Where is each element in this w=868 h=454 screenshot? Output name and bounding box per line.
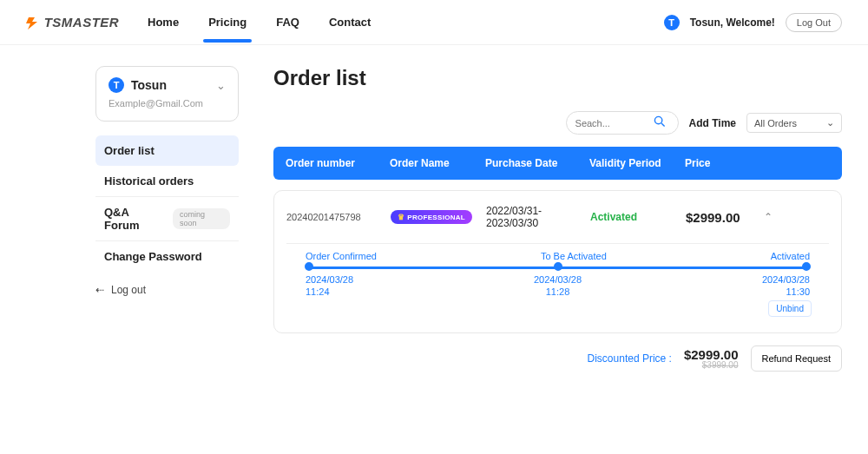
validity-status: Activated [590,211,686,223]
nav-contact[interactable]: Contact [329,10,371,34]
timeline: Order Confirmed To Be Activated Activate… [286,243,829,320]
profile-avatar: T [108,77,124,93]
purchase-date: 2022/03/31-2023/03/30 [486,205,590,229]
step-date: 2024/03/28 [534,274,582,285]
nav-pricing[interactable]: Pricing [208,10,247,34]
profile-email: Example@Gmail.Com [108,98,226,109]
controls: Add Time All Orders ⌄ [273,111,842,135]
step-date: 2024/03/28 [762,274,810,285]
step-to-activate: To Be Activated [541,251,607,261]
sidebar-item-label: Q&A Forum [104,206,166,232]
col-name: Order Name [390,157,485,169]
refund-button[interactable]: Refund Request [751,345,843,372]
logout-button[interactable]: Log Out [786,13,842,32]
price: $2999.00 [686,210,764,225]
timeline-bar [306,266,810,269]
col-number: Order number [286,157,390,169]
welcome-text: Tosun, Welcome! [690,16,775,29]
top-right: T Tosun, Welcome! Log Out [664,13,842,32]
search-box[interactable] [566,111,679,135]
crown-icon: ♛ [398,213,404,221]
chevron-down-icon[interactable]: ⌄ [216,79,226,92]
sidebar-item-qa[interactable]: Q&A Forum coming soon [95,197,239,241]
order-name: ♛ PROFESSIONAL [391,210,486,224]
price-box: $2999.00 $3999.00 [684,347,739,370]
select-value: All Orders [754,118,797,128]
unbind-button[interactable]: Unbind [768,300,812,317]
coming-soon-badge: coming soon [173,208,230,229]
search-input[interactable] [575,118,654,128]
logout-icon: ⇠ [95,284,104,296]
chevron-up-icon[interactable]: ⌃ [764,211,781,223]
sidebar: T Tosun ⌄ Example@Gmail.Com Order list H… [95,66,239,380]
timeline-dot [305,262,313,271]
col-valid: Validity Period [589,157,685,169]
step-time: 11:24 [306,286,330,297]
sidebar-item-historical[interactable]: Historical orders [95,166,239,197]
step-time: 11:30 [786,286,810,297]
avatar[interactable]: T [664,15,680,30]
col-date: Purchase Date [485,157,589,169]
main: Order list Add Time All Orders ⌄ Order n… [273,66,842,380]
nav-home[interactable]: Home [148,10,179,34]
table-header: Order number Order Name Purchase Date Va… [273,147,842,180]
sidebar-logout[interactable]: ⇠ Log out [95,284,239,296]
step-date: 2024/03/28 [306,274,353,285]
logout-label: Log out [111,284,146,296]
step-activated: Activated [771,251,810,261]
chevron-down-icon: ⌄ [826,117,834,128]
sidebar-menu: Order list Historical orders Q&A Forum c… [95,135,239,272]
step-confirmed: Order Confirmed [306,251,377,261]
sidebar-item-order-list[interactable]: Order list [95,135,239,166]
order-row: 20240201475798 ♛ PROFESSIONAL 2022/03/31… [286,191,829,243]
plan-badge: ♛ PROFESSIONAL [391,210,472,224]
nav: Home Pricing FAQ Contact [148,10,371,34]
step-time: 11:28 [546,286,570,297]
nav-faq[interactable]: FAQ [276,10,299,34]
col-price: Price [685,157,763,169]
order-card: 20240201475798 ♛ PROFESSIONAL 2022/03/31… [273,190,842,333]
order-number: 20240201475798 [286,212,391,222]
profile-name: Tosun [131,78,167,92]
foot: Discounted Price : $2999.00 $3999.00 Ref… [273,345,842,372]
filter-select[interactable]: All Orders ⌄ [746,113,842,133]
logo: TSMASTER [26,15,139,30]
discounted-price-label: Discounted Price : [588,352,672,365]
svg-point-0 [654,116,661,123]
search-icon[interactable] [654,115,666,130]
topbar: TSMASTER Home Pricing FAQ Contact T Tosu… [0,0,868,45]
add-time-label: Add Time [689,117,736,129]
timeline-dot [802,262,811,271]
profile-card: T Tosun ⌄ Example@Gmail.Com [95,66,239,122]
svg-line-1 [661,123,665,127]
timeline-dot [554,262,562,271]
page-title: Order list [273,66,842,90]
sidebar-item-change-password[interactable]: Change Password [95,241,239,272]
